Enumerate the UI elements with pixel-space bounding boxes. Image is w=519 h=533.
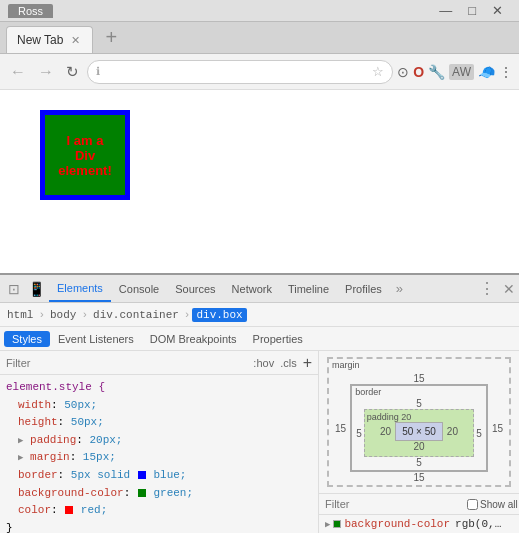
subtab-properties[interactable]: Properties bbox=[245, 331, 311, 347]
green-swatch bbox=[138, 489, 146, 497]
prop-name: width bbox=[18, 399, 51, 411]
back-button[interactable]: ← bbox=[6, 61, 30, 83]
show-all-checkbox[interactable] bbox=[467, 499, 478, 510]
style-prop-height: height: 50px; bbox=[18, 414, 312, 432]
margin-box: margin 15 15 border 5 5 bbox=[327, 357, 511, 487]
prop-name: color bbox=[18, 504, 51, 516]
border-bottom-val: 5 bbox=[354, 457, 484, 468]
colon: : bbox=[58, 416, 71, 428]
minimize-button[interactable]: — bbox=[431, 3, 460, 18]
prop-val: 20px; bbox=[89, 434, 122, 446]
tab-console[interactable]: Console bbox=[111, 275, 167, 302]
maximize-button[interactable]: □ bbox=[460, 3, 484, 18]
subtab-event-listeners[interactable]: Event Listeners bbox=[50, 331, 142, 347]
ext-icon[interactable]: AW bbox=[449, 64, 474, 80]
url-input[interactable] bbox=[104, 65, 368, 79]
styles-content: element.style { width: 50px; height: 50p… bbox=[0, 375, 318, 533]
padding-left-val: 20 bbox=[380, 426, 391, 437]
show-all-text: Show all bbox=[480, 499, 518, 510]
rule-selector: element.style { bbox=[6, 381, 105, 393]
styles-panel: :hov .cls + element.style { width: 50px;… bbox=[0, 351, 319, 533]
tab-sources[interactable]: Sources bbox=[167, 275, 223, 302]
style-prop-margin: ▶ margin: 15px; bbox=[18, 449, 312, 467]
subtab-styles[interactable]: Styles bbox=[4, 331, 50, 347]
styles-filter-input[interactable] bbox=[6, 357, 247, 369]
add-style-button[interactable]: + bbox=[303, 355, 312, 371]
breadcrumb-box[interactable]: div.box bbox=[192, 308, 246, 322]
tab-profiles[interactable]: Profiles bbox=[337, 275, 390, 302]
bg-swatch bbox=[333, 520, 341, 528]
page-content: I am a Div element! bbox=[0, 90, 519, 273]
new-tab-button[interactable]: + bbox=[95, 25, 127, 49]
forward-button[interactable]: → bbox=[34, 61, 58, 83]
style-prop-border: border: 5px solid blue; bbox=[18, 467, 312, 485]
address-bar: ← → ↻ ℹ ☆ ⊙ O 🔧 AW 🧢 ⋮ bbox=[0, 54, 519, 90]
computed-item-bg[interactable]: ▶ background-color rgb(0,… bbox=[325, 517, 513, 531]
computed-filter-input[interactable] bbox=[325, 498, 463, 510]
content-box: 50 × 50 bbox=[395, 422, 443, 441]
border-box: border 5 5 padding 20 bbox=[350, 384, 488, 472]
prop-name: margin bbox=[30, 451, 70, 463]
tab-network[interactable]: Network bbox=[224, 275, 280, 302]
colon: : bbox=[124, 487, 137, 499]
user-icon[interactable]: 🧢 bbox=[478, 64, 495, 80]
star-icon[interactable]: ☆ bbox=[372, 64, 384, 79]
cls-button[interactable]: .cls bbox=[280, 357, 297, 369]
padding-right-val: 20 bbox=[447, 426, 458, 437]
tab-elements[interactable]: Elements bbox=[49, 275, 111, 302]
prop-name: border bbox=[18, 469, 58, 481]
close-button[interactable]: ✕ bbox=[484, 3, 511, 18]
colon: : bbox=[76, 434, 89, 446]
styles-filter-bar: :hov .cls + bbox=[0, 351, 318, 375]
prop-val-red: red; bbox=[81, 504, 107, 516]
div-element: I am a Div element! bbox=[40, 110, 130, 200]
prop-val-green: green; bbox=[153, 487, 193, 499]
colon: : bbox=[51, 504, 64, 516]
prop-arrow[interactable]: ▶ bbox=[18, 453, 23, 463]
devtools: ⊡ 📱 Elements Console Sources Network Tim… bbox=[0, 273, 519, 533]
style-prop-color: color: red; bbox=[18, 502, 312, 520]
breadcrumb-container[interactable]: div.container bbox=[90, 308, 182, 322]
active-tab[interactable]: New Tab ✕ bbox=[6, 26, 93, 53]
div-element-text: I am a Div element! bbox=[58, 133, 111, 178]
tab-timeline[interactable]: Timeline bbox=[280, 275, 337, 302]
computed-arrow-bg[interactable]: ▶ bbox=[325, 519, 330, 530]
prop-val: 15px; bbox=[83, 451, 116, 463]
rule-close-brace: } bbox=[6, 522, 13, 533]
margin-title: margin bbox=[332, 360, 360, 370]
margin-bottom-row: 15 bbox=[331, 472, 507, 483]
cast-icon[interactable]: ⊙ bbox=[397, 64, 409, 80]
box-model-area: margin 15 15 border 5 5 bbox=[319, 351, 519, 493]
eyedropper-icon[interactable]: 🔧 bbox=[428, 64, 445, 80]
menu-icon[interactable]: ⋮ bbox=[499, 64, 513, 80]
reload-button[interactable]: ↻ bbox=[62, 61, 83, 83]
computed-val-bg: rgb(0,… bbox=[455, 518, 501, 530]
tab-close-icon[interactable]: ✕ bbox=[71, 34, 80, 47]
bc-sep1: › bbox=[38, 309, 45, 321]
tab-label: New Tab bbox=[17, 33, 63, 47]
tab-more[interactable]: » bbox=[390, 277, 409, 300]
prop-name: background-color bbox=[18, 487, 124, 499]
subtab-dom-breakpoints[interactable]: DOM Breakpoints bbox=[142, 331, 245, 347]
padding-label: padding 20 bbox=[367, 412, 472, 422]
show-all-label[interactable]: Show all bbox=[467, 499, 518, 510]
margin-right-val: 15 bbox=[488, 423, 507, 434]
title-bar: Ross — □ ✕ bbox=[0, 0, 519, 22]
prop-val: 50px; bbox=[64, 399, 97, 411]
breadcrumb-html[interactable]: html bbox=[4, 308, 36, 322]
border-title: border bbox=[355, 387, 381, 397]
devtools-more-icon[interactable]: ⋮ bbox=[479, 279, 495, 298]
colon: : bbox=[51, 399, 64, 411]
breadcrumb-body[interactable]: body bbox=[47, 308, 79, 322]
style-prop-padding: ▶ padding: 20px; bbox=[18, 432, 312, 450]
devtools-close-icon[interactable]: ✕ bbox=[503, 281, 515, 297]
prop-val: 5px solid bbox=[71, 469, 137, 481]
prop-arrow[interactable]: ▶ bbox=[18, 436, 23, 446]
styles-subtabs: Styles Event Listeners DOM Breakpoints P… bbox=[0, 327, 519, 351]
devtools-body: :hov .cls + element.style { width: 50px;… bbox=[0, 351, 519, 533]
devtools-icon-1[interactable]: ⊡ bbox=[4, 281, 24, 297]
devtools-icon-2[interactable]: 📱 bbox=[24, 281, 49, 297]
hov-button[interactable]: :hov bbox=[253, 357, 274, 369]
border-mid-row: 5 padding 20 20 50 × 50 bbox=[354, 409, 484, 457]
opera-icon[interactable]: O bbox=[413, 64, 424, 80]
